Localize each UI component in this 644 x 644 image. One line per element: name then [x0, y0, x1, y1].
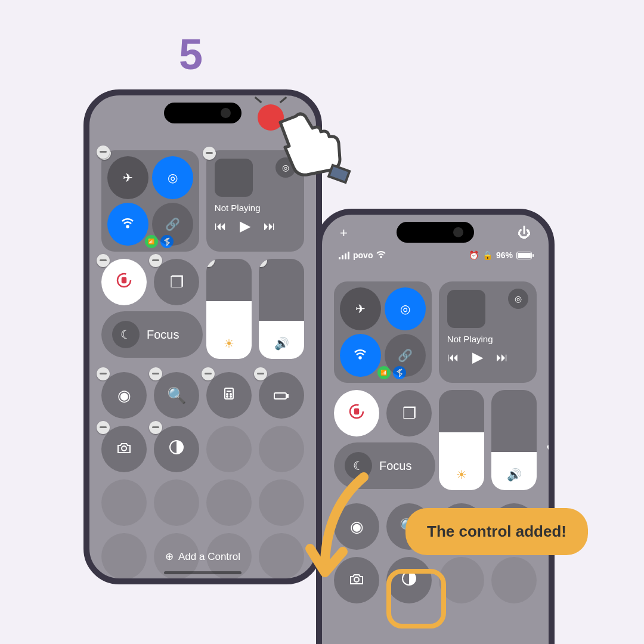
empty-slot[interactable] [101, 533, 147, 580]
empty-slot[interactable] [259, 479, 304, 526]
low-power-button[interactable] [259, 372, 304, 419]
empty-slot[interactable] [259, 426, 304, 472]
add-control-label: Add a Control [178, 551, 240, 563]
dynamic-island [164, 103, 242, 123]
power-button[interactable]: ⏻ [518, 225, 531, 241]
airdrop-icon: ◎ [400, 302, 410, 316]
battery-percent: 96% [496, 250, 513, 260]
speaker-icon: 🔊 [274, 336, 289, 351]
play-button[interactable]: ▶ [472, 349, 483, 366]
screen-mirroring-button[interactable]: ❐ [154, 259, 199, 305]
brightness-slider[interactable]: ☀ [206, 259, 252, 359]
orientation-lock-status-icon: 🔒 [482, 250, 493, 260]
remove-badge[interactable] [149, 254, 162, 267]
screen-mirroring-button[interactable]: ❐ [386, 390, 432, 436]
calculator-button[interactable] [206, 372, 252, 419]
remove-badge[interactable] [206, 259, 215, 267]
speaker-icon: 🔊 [507, 467, 522, 482]
playback-status: Not Playing [447, 334, 528, 344]
battery-icon [274, 386, 289, 405]
empty-slot[interactable] [154, 479, 199, 526]
wifi-icon [353, 347, 367, 364]
dark-mode-button[interactable] [154, 426, 199, 472]
remove-badge[interactable] [259, 259, 267, 267]
camera-button[interactable] [101, 426, 147, 472]
calculator-icon [222, 386, 236, 405]
now-playing-module[interactable]: ◎ Not Playing ⏮ ▶ ⏭ [439, 281, 537, 383]
brightness-slider[interactable]: ☀ [439, 390, 484, 490]
svg-rect-2 [122, 278, 126, 283]
empty-slot[interactable] [101, 479, 147, 526]
airdrop-button[interactable]: ◎ [385, 287, 426, 330]
dynamic-island [397, 222, 474, 243]
remove-badge[interactable] [254, 367, 267, 380]
remove-badge[interactable] [149, 367, 162, 380]
empty-slot[interactable] [206, 479, 252, 526]
empty-slot[interactable] [491, 557, 537, 603]
callout-bubble: The control added! [405, 508, 588, 555]
connectivity-module[interactable]: ✈ ◎ 📶 🔗 [334, 281, 432, 383]
add-button[interactable]: + [340, 225, 348, 241]
airplane-mode-button[interactable]: ✈ [107, 156, 148, 199]
wifi-button[interactable]: 📶 [107, 203, 148, 246]
link-icon-button[interactable]: 🔗 [152, 203, 193, 246]
svg-rect-23 [329, 165, 349, 182]
orientation-lock-button[interactable] [101, 259, 147, 305]
magnifier-button[interactable]: 🔍 [154, 372, 199, 419]
airplay-button[interactable]: ◎ [508, 289, 528, 309]
airplane-icon: ✈ [355, 302, 366, 316]
magnifier-icon: 🔍 [167, 386, 186, 405]
empty-slot[interactable] [259, 533, 304, 580]
play-button[interactable]: ▶ [240, 218, 250, 234]
plus-circle-icon: ⊕ [165, 550, 174, 563]
album-art-placeholder [215, 159, 253, 197]
airdrop-icon: ◎ [168, 171, 178, 185]
rewind-button[interactable]: ⏮ [447, 351, 459, 364]
remove-badge[interactable] [202, 367, 215, 380]
screen-mirror-icon: ❐ [402, 404, 416, 423]
forward-button[interactable]: ⏭ [496, 351, 508, 364]
add-control-button[interactable]: ⊕ Add a Control [165, 550, 240, 563]
volume-slider[interactable]: 🔊 [259, 259, 304, 359]
camera-icon [116, 440, 132, 459]
status-left: povo [339, 250, 386, 260]
svg-rect-16 [355, 409, 358, 414]
wifi-button[interactable]: 📶 [340, 334, 381, 377]
svg-point-0 [127, 225, 129, 227]
moon-icon: ☾ [120, 327, 131, 342]
rewind-button[interactable]: ⏮ [215, 219, 227, 233]
svg-point-11 [122, 446, 126, 451]
carrier-label: povo [353, 250, 373, 260]
remove-badge[interactable] [97, 254, 110, 267]
screen-record-button[interactable]: ◉ [101, 372, 147, 419]
svg-rect-9 [274, 393, 286, 399]
remove-badge[interactable] [149, 421, 162, 434]
screen-mirror-icon: ❐ [170, 273, 184, 292]
orientation-lock-button[interactable] [334, 390, 379, 436]
link-icon-button[interactable]: 🔗 [385, 334, 426, 377]
remove-badge[interactable] [203, 147, 216, 160]
remove-badge[interactable] [97, 145, 110, 159]
airplane-mode-button[interactable]: ✈ [340, 287, 381, 330]
focus-label: Focus [147, 328, 179, 342]
empty-slot[interactable] [206, 426, 252, 472]
airdrop-button[interactable]: ◎ [152, 156, 193, 199]
svg-point-5 [227, 394, 228, 395]
volume-slider[interactable]: 🔊 [491, 390, 537, 490]
remove-badge[interactable] [97, 421, 110, 434]
heart-icon: ♥ [546, 441, 553, 455]
airplay-icon: ◎ [515, 294, 522, 304]
status-right: ⏰ 🔒 96% [469, 250, 532, 260]
forward-button[interactable]: ⏭ [264, 219, 275, 233]
highlight-box [386, 569, 446, 628]
wifi-icon [120, 216, 135, 233]
svg-point-7 [227, 396, 228, 397]
remove-badge[interactable] [97, 367, 110, 380]
focus-button[interactable]: ☾ Focus [101, 311, 203, 358]
focus-label: Focus [379, 459, 411, 473]
arrow-annotation [298, 471, 382, 593]
cellular-signal-icon [339, 252, 349, 259]
sun-icon: ☀ [456, 467, 467, 482]
sun-icon: ☀ [224, 336, 234, 351]
connectivity-module[interactable]: ✈ ◎ 📶 🔗 [101, 150, 199, 252]
